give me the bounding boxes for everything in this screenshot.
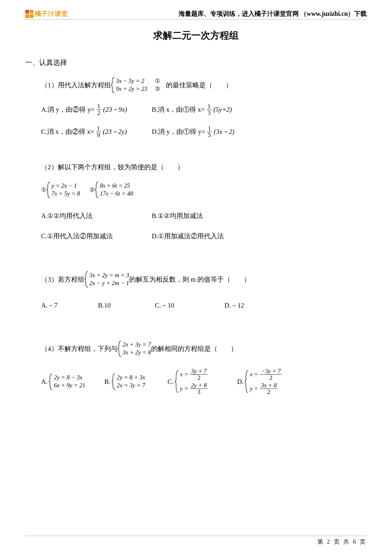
page-header: 橘子汁课堂 海量题库、专项训练，进入橘子汁课堂官网 （www.juzizhi.c… <box>25 9 367 20</box>
q1-optB-den: 3 <box>207 110 212 116</box>
q4-D-a-lhs: x = <box>250 371 258 378</box>
section-1-label: 一、认真选择 <box>25 58 367 67</box>
q1-system: 3x − 5y = 2 9x + 2y = 23 <box>111 77 148 93</box>
q4-D-b-num: 3x + 8 <box>260 382 278 389</box>
left-brace-icon <box>84 271 89 288</box>
q1-option-a: A.消 y，由②得 y= 12 (23－9x) <box>41 103 149 116</box>
q4-option-d: D. x = −3y + 72 y = 3x + 82 <box>237 368 307 395</box>
q4-D-a-num: −3y + 7 <box>260 368 282 375</box>
q1-optA-den: 2 <box>96 110 101 116</box>
q4-B-label: B. <box>104 375 110 388</box>
q4-C-b-num: 2y + 8 <box>190 382 208 389</box>
q3-option-a: A.－7 <box>41 299 98 312</box>
q1-optA-pre: A.消 y，由②得 y= <box>41 103 95 116</box>
q2-option-a: A.①②均用代入法 <box>41 209 149 222</box>
q2-sys2-b: 17s − 6t = 48 <box>100 190 133 198</box>
left-brace-icon <box>175 370 179 393</box>
left-brace-icon <box>46 182 51 198</box>
q1-eq2: 9x + 2y = 23 <box>116 85 148 92</box>
q1-optD-den: 5 <box>207 132 212 138</box>
question-1: （1）用代入法解方程组 3x − 5y = 2 9x + 2y = 23 ① ②… <box>41 77 367 138</box>
q4-D-label: D. <box>237 375 243 388</box>
q4-A-b: 6x + 9y = 21 <box>54 382 85 390</box>
q4-C-b-den: 3 <box>196 389 201 395</box>
q1-option-d: D.消 y，由①得 y= 15 (3x－2) <box>152 125 259 138</box>
left-brace-icon <box>112 373 116 390</box>
q1-optB-post: (5y+2) <box>213 103 232 116</box>
q2-option-b: B.①②均用加减法 <box>152 209 259 222</box>
q3-option-d: D.－12 <box>224 299 281 312</box>
q3-eq2: 2x − y = 2m − 1 <box>89 279 129 287</box>
q4-A-label: A. <box>41 375 47 388</box>
left-brace-icon <box>49 373 53 390</box>
page-number: 第 2 页 共 6 页 <box>317 539 367 545</box>
q2-option-d: D.①用加减法②用代入法 <box>152 229 259 243</box>
q1-optA-num: 1 <box>96 103 101 110</box>
left-brace-icon <box>245 370 249 393</box>
page-title: 求解二元一次方程组 <box>25 29 367 42</box>
q4-system: 2x + 3y = 7 3x + 2y = 8 <box>118 340 151 357</box>
q4-B-b: 2x = 3y + 7 <box>117 382 145 390</box>
q3-eq1: 3x + 2y = m + 3 <box>89 271 129 279</box>
q2-mark2: ② <box>89 184 95 196</box>
q2-prefix: （2）解以下两个方程组，较为简便的是（ ） <box>41 160 367 174</box>
q4-C-label: C. <box>168 375 174 388</box>
q3-system: 3x + 2y = m + 3 2x − y = 2m − 1 <box>84 271 129 288</box>
q4-C-a-den: 2 <box>196 375 201 381</box>
q1-optB-pre: B.消 x，由①得 x= <box>152 103 205 116</box>
q4-options: A. 2y = 8 − 3x 6x + 9y = 21 B. 2y = 8 + … <box>41 368 367 395</box>
q2-mark1: ① <box>41 184 46 196</box>
q4-prefix: （4）不解方程组，下列与 <box>41 342 118 355</box>
q1-optD-post: (3x－2) <box>214 125 234 138</box>
q4-C-a-lhs: x = <box>180 371 188 378</box>
q4-A-a: 2y = 8 − 3x <box>54 374 85 382</box>
q1-optA-post: (23－9x) <box>103 103 127 116</box>
q4-D-b-den: 2 <box>266 389 272 395</box>
q1-option-b: B.消 x，由①得 x= 13 (5y+2) <box>152 103 259 116</box>
q4-C-b-lhs: y = <box>180 385 188 393</box>
logo-text: 橘子汁课堂 <box>35 9 68 18</box>
q2-options: A.①②均用代入法 B.①②均用加减法 C.①用代入法②用加减法 D.①用加减法… <box>41 209 367 243</box>
page-footer: 第 2 页 共 6 页 <box>25 536 367 546</box>
logo: 橘子汁课堂 <box>25 9 68 18</box>
q4-C-a-num: 3y + 7 <box>190 368 208 375</box>
q3-prefix: （3）若方程组 <box>41 273 84 286</box>
q1-optD-pre: D.消 y，由①得 y= <box>152 125 205 138</box>
q3-suffix: 的解互为相反数，则 m 的值等于（ ） <box>129 273 251 286</box>
left-brace-icon <box>95 182 99 198</box>
q4-eq1: 2x + 3y = 7 <box>123 341 151 349</box>
q4-option-b: B. 2y = 8 + 3x 2x = 3y + 7 <box>104 373 168 390</box>
left-brace-icon <box>118 340 122 357</box>
q2-sys1-b: 7x + 5y = 8 <box>52 190 80 198</box>
q2-sys2-a: 8s + 6t = 25 <box>100 182 133 190</box>
logo-icon <box>25 10 34 18</box>
q4-eq2: 3x + 2y = 8 <box>123 349 151 357</box>
q2-system2: 8s + 6t = 25 17s − 6t = 48 <box>95 182 133 198</box>
q2-option-c: C.①用代入法②用加减法 <box>41 229 149 243</box>
question-3: （3）若方程组 3x + 2y = m + 3 2x − y = 2m − 1 … <box>41 271 367 312</box>
q1-optC-pre: C.消 x，由②得 x= <box>41 125 94 138</box>
q1-options: A.消 y，由②得 y= 12 (23－9x) B.消 x，由①得 x= 13 … <box>41 103 367 138</box>
q2-sys1-a: y = 2x − 1 <box>52 182 80 190</box>
q2-system1: y = 2x − 1 7x + 5y = 8 <box>46 182 80 198</box>
q3-options: A.－7 B.10 C.－10 D.－12 <box>41 299 367 312</box>
q1-optB-num: 1 <box>207 103 212 110</box>
q4-option-c: C. x = 3y + 72 y = 2y + 83 <box>168 368 237 395</box>
q1-mark2: ② <box>155 85 160 93</box>
q1-option-c: C.消 x，由②得 x= 19 (23－2y) <box>41 125 149 138</box>
q1-prefix: （1）用代入法解方程组 <box>41 78 111 92</box>
q4-option-a: A. 2y = 8 − 3x 6x + 9y = 21 <box>41 373 104 390</box>
q1-suffix: 的最佳策略是（ ） <box>166 78 232 92</box>
q1-optC-post: (23－2y) <box>103 125 127 138</box>
page: 橘子汁课堂 海量题库、专项训练，进入橘子汁课堂官网 （www.juzizhi.c… <box>0 0 392 555</box>
header-note: 海量题库、专项训练，进入橘子汁课堂官网 （www.juzizhi.cn）下载 <box>179 9 367 18</box>
q1-optC-num: 1 <box>96 125 101 132</box>
q4-B-a: 2y = 8 + 3x <box>117 374 145 382</box>
q4-suffix: 的解相同的方程组是（ ） <box>151 342 237 355</box>
left-brace-icon <box>111 77 115 93</box>
question-4: （4）不解方程组，下列与 2x + 3y = 7 3x + 2y = 8 的解相… <box>41 340 367 395</box>
q4-D-a-den: 2 <box>268 375 273 381</box>
q1-optC-den: 9 <box>96 132 101 138</box>
q1-eq1: 3x − 5y = 2 <box>116 78 144 84</box>
q3-option-b: B.10 <box>98 299 155 312</box>
